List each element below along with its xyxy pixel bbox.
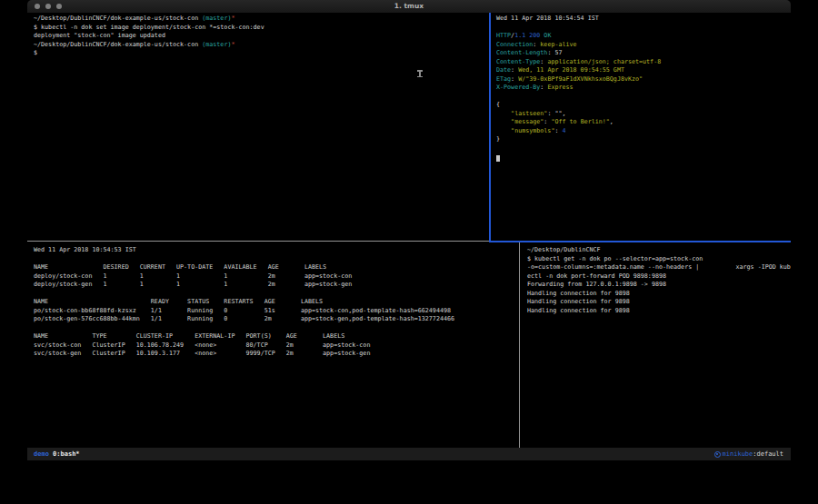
terminal-line: deployment "stock-con" image updated [34, 32, 489, 41]
terminal-line: Content-Length: 57 [496, 49, 789, 58]
terminal-text-segment [496, 118, 511, 125]
terminal-text-segment: "message" [511, 118, 544, 125]
terminal-text-segment: : [511, 66, 518, 74]
terminal-text-segment: HTTP [496, 32, 511, 39]
terminal-line [34, 290, 519, 299]
terminal-line: HTTP/1.1 200 OK [496, 32, 789, 41]
tmux-terminal: ~/Desktop/DublinCNCF/dok-example-us/stoc… [27, 13, 791, 448]
terminal-line: "lastseen": "", [496, 110, 789, 119]
terminal-text-segment: application/json; charset=utf-8 [547, 58, 661, 65]
terminal-text-segment: : "", [547, 110, 565, 117]
terminal-text-segment: Content-Length [496, 49, 547, 56]
terminal-line: ~/Desktop/DublinCNCF/dok-example-us/stoc… [34, 41, 489, 50]
terminal-text-segment: ~/Desktop/DublinCNCF/dok-example-us/stoc… [34, 15, 202, 22]
pane-bottom-left-kubectl-get[interactable]: Wed 11 Apr 2018 10:54:53 IST NAME DESIRE… [27, 244, 519, 448]
terminal-text-segment: Connection [496, 41, 533, 48]
terminal-text-segment: ETag [496, 75, 511, 83]
terminal-line: deploy/stock-gen 1 1 1 1 2m app=stock-ge… [34, 281, 519, 290]
terminal-text-segment: * [231, 41, 234, 48]
terminal-text-segment [496, 127, 511, 134]
terminal-line: Content-Type: application/json; charset=… [496, 58, 789, 67]
terminal-line: Connection: keep-alive [496, 41, 789, 50]
terminal-text-segment: "lastseen" [511, 110, 547, 117]
terminal-line: svc/stock-con ClusterIP 10.106.78.249 <n… [34, 341, 519, 351]
pane-divider-horizontal[interactable] [27, 241, 489, 242]
pane-top-right-http-response[interactable]: Wed 11 Apr 2018 10:54:54 IST HTTP/1.1 20… [493, 13, 789, 242]
active-pane-border-vertical[interactable] [489, 13, 491, 242]
terminal-text-segment: Content-Type [496, 58, 540, 65]
cursor-block [496, 155, 500, 162]
terminal-text-segment: Express [547, 84, 573, 91]
terminal-text-segment: 4 [563, 127, 566, 134]
terminal-text-segment: 57 [554, 49, 562, 56]
session-name[interactable]: demo [34, 450, 49, 458]
terminal-line: ectl -n dok port-forward POD 9898:9898 [527, 272, 791, 282]
terminal-text-segment: (master) [202, 15, 231, 22]
terminal-line: ~/Desktop/DublinCNCF/dok-example-us/stoc… [34, 15, 489, 24]
terminal-line: { [496, 101, 789, 110]
terminal-line: po/stock-con-bb68f88fd-kzsxz 1/1 Running… [34, 307, 519, 316]
kube-context: minikube [723, 448, 753, 460]
terminal-text-segment: OK [544, 32, 551, 39]
terminal-line: $ kubectl -n dok set image deployment/st… [34, 24, 489, 33]
terminal-text-segment: keep-alive [540, 41, 576, 48]
pane-top-left-shell[interactable]: ~/Desktop/DublinCNCF/dok-example-us/stoc… [27, 13, 489, 242]
terminal-text-segment: "Off to Berlin!" [551, 118, 609, 125]
terminal-text-segment: X-Powered-By [496, 84, 540, 91]
terminal-line: Handling connection for 9898 [527, 307, 791, 316]
terminal-text-segment [496, 110, 511, 117]
terminal-text-segment: ~/Desktop/DublinCNCF/dok-example-us/stoc… [34, 41, 202, 48]
terminal-text-segment: (master) [202, 41, 231, 48]
terminal-line: "numsymbols": 4 [496, 127, 789, 136]
terminal-line [496, 93, 789, 102]
terminal-line: ~/Desktop/DublinCNCF [527, 246, 791, 255]
active-pane-border-horizontal[interactable] [489, 241, 791, 242]
terminal-line: $ [34, 49, 489, 58]
minimize-button[interactable] [45, 4, 51, 9]
window-title: 1. tmux [27, 0, 791, 13]
terminal-line: -o=custom-columns=:metadata.name --no-he… [527, 263, 791, 272]
terminal-line: X-Powered-By: Express [496, 84, 789, 93]
terminal-text-segment: W/"39-0xBPf9aF1dXVNkhsxoBQgJ8vKzo" [518, 75, 643, 83]
terminal-text-segment: : [554, 127, 562, 134]
terminal-line [34, 324, 519, 333]
terminal-line: NAME TYPE CLUSTER-IP EXTERNAL-IP PORT(S)… [34, 332, 519, 341]
terminal-line: NAME DESIRED CURRENT UP-TO-DATE AVAILABL… [34, 263, 519, 272]
terminal-window: 1. tmux ~/Desktop/DublinCNCF/dok-example… [27, 0, 791, 460]
terminal-line: Date: Wed, 11 Apr 2018 09:54:55 GMT [496, 66, 789, 75]
terminal-line: deploy/stock-con 1 1 1 1 2m app=stock-co… [34, 272, 519, 282]
zoom-button[interactable] [56, 4, 62, 9]
terminal-line: Handling connection for 9898 [527, 298, 791, 307]
terminal-line [496, 144, 789, 153]
terminal-line: svc/stock-gen ClusterIP 10.109.3.177 <no… [34, 350, 519, 359]
traffic-lights [35, 4, 62, 9]
terminal-line: po/stock-gen-576cc688bb-44kmn 1/1 Runnin… [34, 315, 519, 324]
kube-namespace: :default [753, 448, 783, 460]
terminal-text-segment: "numsymbols" [511, 127, 554, 134]
desktop: { "window": { "title": "1. tmux" }, "col… [0, 0, 818, 504]
close-button[interactable] [35, 4, 40, 9]
terminal-text-segment: : [511, 75, 518, 83]
terminal-line: $ kubectl get -n dok po --selector=app=s… [527, 255, 791, 264]
terminal-text-segment: * [231, 15, 234, 22]
tmux-status-bar: demo 0:bash* minikube :default [27, 448, 791, 460]
pane-divider-vertical[interactable] [519, 242, 520, 448]
terminal-line [34, 255, 519, 264]
terminal-line: Forwarding from 127.0.0.1:9898 -> 9898 [527, 281, 791, 290]
terminal-line: NAME READY STATUS RESTARTS AGE LABELS [34, 298, 519, 307]
terminal-text-segment: Wed, 11 Apr 2018 09:54:55 GMT [518, 66, 624, 74]
status-left: demo 0:bash* [34, 448, 80, 460]
terminal-line: "message": "Off to Berlin!", [496, 118, 789, 127]
window-titlebar[interactable]: 1. tmux [27, 0, 791, 14]
terminal-text-segment: Date [496, 66, 511, 74]
pane-bottom-right-port-forward[interactable]: ~/Desktop/DublinCNCF$ kubectl get -n dok… [524, 244, 791, 448]
terminal-text-segment: , [610, 118, 614, 125]
kubernetes-icon [714, 451, 721, 458]
terminal-text-segment: 1.1 200 [514, 32, 540, 39]
mouse-ibeam-cursor [419, 70, 421, 77]
window-tab-bash[interactable]: 0:bash* [49, 450, 80, 458]
terminal-line [496, 24, 789, 33]
terminal-line: Wed 11 Apr 2018 10:54:54 IST [496, 15, 789, 24]
terminal-line: } [496, 135, 789, 144]
cursor-line [496, 153, 500, 163]
